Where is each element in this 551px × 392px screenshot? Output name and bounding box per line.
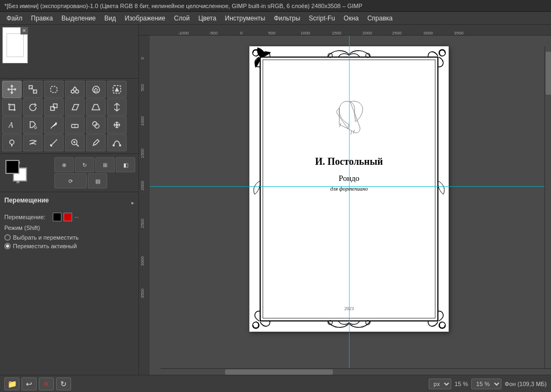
transform-option: Перемещение: ··· <box>4 213 134 221</box>
doc-subtitle-svg: Рондо <box>339 174 360 183</box>
menu-scriptfu[interactable]: Script-Fu <box>304 13 339 23</box>
tool-extra-3[interactable]: ⊞ <box>95 157 115 172</box>
tool-color-picker[interactable] <box>86 134 106 151</box>
tool-clone[interactable] <box>86 116 106 134</box>
layer-info: Фон (109,3 МБ) <box>505 381 547 387</box>
refresh-button[interactable]: ↻ <box>56 377 71 390</box>
tool-pencil[interactable] <box>44 116 64 134</box>
menu-select[interactable]: Выделение <box>57 13 100 23</box>
svg-point-12 <box>34 127 37 129</box>
svg-line-27 <box>93 144 94 146</box>
tool-eraser[interactable] <box>65 116 85 134</box>
tool-paths[interactable] <box>107 134 127 151</box>
tool-move[interactable] <box>2 81 22 98</box>
canvas-content[interactable]: И. Постольный Рондо для фортепиано 2023 <box>150 36 551 375</box>
scrollbar-horizontal-thumb[interactable] <box>225 369 333 375</box>
tool-select-by-color[interactable] <box>107 81 127 98</box>
transform-red-color[interactable] <box>64 213 72 221</box>
open-button[interactable]: 📁 <box>4 377 19 390</box>
tool-free-select[interactable] <box>44 81 64 98</box>
menu-image[interactable]: Изображение <box>120 13 170 23</box>
thumbnail-item[interactable]: ✕ <box>2 27 28 64</box>
menu-layer[interactable]: Слой <box>170 13 194 23</box>
tool-smudge[interactable] <box>23 134 43 151</box>
ruler-label-neg500: -500 <box>209 31 218 36</box>
ruler-v-label-1500: 1500 <box>140 149 145 158</box>
ruler-v-label-2000: 2000 <box>140 181 145 191</box>
reset-colors[interactable]: ⊠ <box>16 179 23 186</box>
extra-tool-buttons: ⊕ ↻ ⊞ ◧ ⟳ ▤ <box>54 157 135 188</box>
radio-1-dot[interactable] <box>4 234 11 241</box>
tool-scissors[interactable] <box>65 81 85 98</box>
tool-measure[interactable] <box>44 134 64 151</box>
radio-option-2[interactable]: Переместить активный <box>4 243 134 249</box>
menu-tools[interactable]: Инструменты <box>221 13 270 23</box>
menu-file[interactable]: Файл <box>2 13 27 23</box>
menu-help[interactable]: Справка <box>363 13 397 23</box>
tool-fuzzy-select[interactable] <box>86 81 106 98</box>
tool-scale[interactable] <box>44 99 64 116</box>
svg-point-3 <box>71 90 74 93</box>
tool-perspective[interactable] <box>86 99 106 116</box>
scrollbar-vertical[interactable] <box>545 46 551 368</box>
tool-text[interactable]: A <box>2 116 22 134</box>
status-right: px 15 % 15 % Фон (109,3 МБ) <box>429 379 547 389</box>
ruler-v-label-3500: 3500 <box>140 289 145 298</box>
color-selector[interactable]: ⇄ ⊠ <box>5 160 23 186</box>
radio-option-1[interactable]: Выбрать и переместить <box>4 234 134 241</box>
status-bar: 📁 ↩ ✕ ↻ px 15 % 15 % Фон (109,3 МБ) <box>0 375 551 392</box>
tool-rotate[interactable] <box>23 99 43 116</box>
ruler-label-1500: 1500 <box>332 31 341 36</box>
transform-fg-color[interactable] <box>53 213 61 221</box>
title-bar: *[Без имени] (экспортировано)-1.0 (Цвета… <box>0 0 551 12</box>
tool-extra-5[interactable]: ⟳ <box>54 173 87 188</box>
thumbnail-close-button[interactable]: ✕ <box>20 27 28 34</box>
tool-shear[interactable] <box>65 99 85 116</box>
tool-extra-6[interactable]: ▤ <box>88 173 107 188</box>
ruler-label-3000: 3000 <box>423 31 433 36</box>
menu-windows[interactable]: Окна <box>339 13 363 23</box>
left-toolbar: ✕ <box>0 25 139 375</box>
tool-extra-4[interactable]: ◧ <box>116 157 135 172</box>
delete-button[interactable]: ✕ <box>39 377 54 390</box>
unit-select[interactable]: px <box>429 379 451 389</box>
bottom-tool-buttons: 📁 ↩ ✕ ↻ <box>4 377 71 390</box>
radio-2-dot[interactable] <box>4 243 11 249</box>
menu-filters[interactable]: Фильтры <box>269 13 304 23</box>
mode-label: Режим (Shift) <box>4 225 40 231</box>
tool-options-expand[interactable]: ▸ <box>131 200 134 206</box>
svg-line-24 <box>76 144 79 146</box>
ruler-v-label-1000: 1000 <box>140 116 145 126</box>
foreground-color[interactable] <box>5 160 19 174</box>
tool-extra-2[interactable]: ↻ <box>75 157 94 172</box>
undo-button[interactable]: ↩ <box>22 377 37 390</box>
zoom-value: 15 % <box>455 381 468 387</box>
ruler-label-2500: 2500 <box>392 31 402 36</box>
main-layout: ✕ <box>0 25 551 375</box>
tool-align[interactable] <box>23 81 43 98</box>
tool-dodge-burn[interactable] <box>2 134 22 151</box>
tool-extra-1[interactable]: ⊕ <box>54 157 74 172</box>
canvas-area[interactable]: -1000 -500 0 500 1000 1500 2000 2500 300… <box>139 25 551 375</box>
menu-edit[interactable]: Правка <box>27 13 58 23</box>
radio-2-label: Переместить активный <box>13 243 77 249</box>
zoom-select[interactable]: 15 % <box>471 379 501 389</box>
doc-subtitle2-svg: для фортепиано <box>330 186 368 192</box>
menu-colors[interactable]: Цвета <box>194 13 220 23</box>
tool-crop[interactable] <box>2 99 22 116</box>
tool-zoom[interactable] <box>65 134 85 151</box>
doc-title-svg: И. Постольный <box>315 156 383 167</box>
tool-flip[interactable] <box>107 99 127 116</box>
scrollbar-horizontal[interactable] <box>161 368 551 375</box>
svg-point-29 <box>119 144 121 146</box>
tool-options-title: Перемещение <box>4 197 49 204</box>
svg-point-18 <box>10 140 14 144</box>
tool-heal[interactable] <box>107 116 127 134</box>
thumbnail-strip: ✕ <box>0 25 138 79</box>
menu-view[interactable]: Вид <box>100 13 121 23</box>
svg-line-6 <box>75 87 77 90</box>
ruler-v-label-2500: 2500 <box>140 219 145 228</box>
ruler-v-label-500: 500 <box>140 84 145 91</box>
scrollbar-vertical-thumb[interactable] <box>546 52 551 95</box>
tool-paint-bucket[interactable] <box>23 116 43 134</box>
